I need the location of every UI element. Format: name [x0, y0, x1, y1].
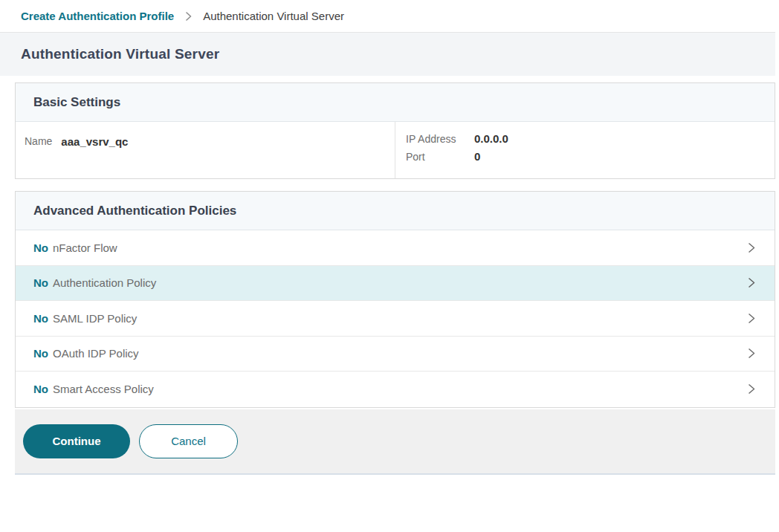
chevron-right-icon [746, 383, 757, 395]
app-window: Create Authentication Profile Authentica… [0, 0, 775, 475]
policy-row-label: nFactor Flow [53, 241, 117, 254]
policy-row-oauth-idp-policy[interactable]: NoOAuth IDP Policy [16, 337, 775, 372]
policy-count-badge: No [33, 241, 48, 254]
page-title-band: Authentication Virtual Server [0, 33, 775, 76]
policy-count-badge: No [33, 347, 48, 360]
port-value: 0 [474, 150, 480, 163]
policy-count-badge: No [33, 312, 48, 325]
basic-settings-name-column: Name aaa_vsrv_qc [16, 122, 395, 178]
basic-settings-panel: Basic Settings Name aaa_vsrv_qc IP Addre… [15, 82, 775, 179]
policy-row-label: Smart Access Policy [53, 383, 154, 395]
policy-row-smart-access-policy[interactable]: NoSmart Access Policy [16, 372, 775, 407]
name-label: Name [25, 135, 52, 178]
chevron-right-icon [746, 312, 757, 325]
content-area: Basic Settings Name aaa_vsrv_qc IP Addre… [15, 82, 775, 475]
ip-address-label: IP Address [406, 133, 474, 145]
cancel-button[interactable]: Cancel [139, 424, 238, 458]
policy-row-label: SAML IDP Policy [53, 312, 137, 325]
port-row: Port 0 [406, 150, 508, 163]
policy-row-label: Authentication Policy [53, 276, 156, 289]
chevron-right-icon [746, 276, 757, 289]
basic-settings-content: Name aaa_vsrv_qc IP Address 0.0.0.0 Port… [16, 122, 775, 178]
policy-row-nfactor-flow[interactable]: NonFactor Flow [16, 230, 775, 266]
policy-row-saml-idp-policy[interactable]: NoSAML IDP Policy [16, 301, 775, 337]
basic-settings-title: Basic Settings [33, 95, 120, 110]
action-bar: Continue Cancel [15, 409, 775, 475]
breadcrumb-current: Authentication Virtual Server [203, 10, 344, 22]
breadcrumb: Create Authentication Profile Authentica… [0, 0, 775, 33]
breadcrumb-link-create-authentication-profile[interactable]: Create Authentication Profile [21, 10, 174, 22]
basic-settings-header: Basic Settings [16, 83, 775, 122]
advanced-policies-title: Advanced Authentication Policies [33, 204, 236, 218]
advanced-policies-header: Advanced Authentication Policies [16, 192, 775, 230]
ip-address-value: 0.0.0.0 [474, 132, 508, 145]
continue-button[interactable]: Continue [23, 424, 130, 458]
policy-row-label: OAuth IDP Policy [53, 347, 139, 360]
policy-row-authentication-policy[interactable]: NoAuthentication Policy [16, 266, 775, 302]
chevron-right-icon [746, 241, 757, 254]
chevron-right-icon [184, 11, 193, 22]
policy-count-badge: No [33, 276, 48, 289]
name-value: aaa_vsrv_qc [61, 135, 128, 178]
ip-address-row: IP Address 0.0.0.0 [406, 132, 508, 145]
advanced-authentication-policies-panel: Advanced Authentication Policies NonFact… [15, 191, 775, 408]
page-title: Authentication Virtual Server [21, 46, 219, 62]
chevron-right-icon [746, 347, 757, 360]
basic-settings-address-column: IP Address 0.0.0.0 Port 0 [395, 122, 508, 178]
policy-count-badge: No [33, 383, 48, 395]
port-label: Port [406, 151, 474, 163]
